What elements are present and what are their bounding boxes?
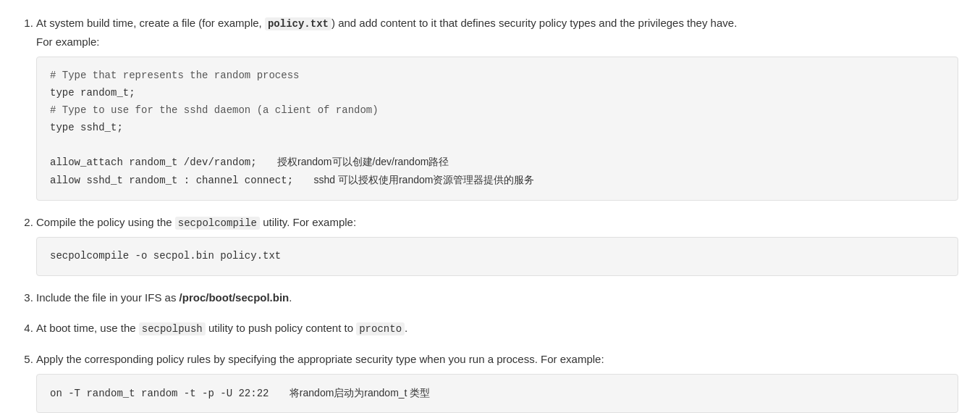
list-item-5: Apply the corresponding policy rules by … [36, 351, 958, 413]
code-text: allow sshd_t random_t : channel connect; [50, 175, 293, 186]
code-line: type random_t; [50, 85, 945, 102]
list-item-2: Compile the policy using the secpolcompi… [36, 214, 958, 276]
code-line: type sshd_t; [50, 120, 945, 137]
item2-code-inline: secpolcompile [175, 217, 260, 230]
item3-path: /proc/boot/secpol.bin [179, 291, 290, 304]
code-line [50, 137, 945, 154]
item3-intro: Include the file in your IFS as /proc/bo… [36, 291, 292, 304]
annotation-text: 将random启动为random_t 类型 [290, 387, 431, 399]
code-line-annotated: allow sshd_t random_t : channel connect;… [50, 172, 945, 190]
item1-intro: At system build time, create a file (for… [36, 17, 958, 51]
code-line: # Type to use for the sshd daemon (a cli… [50, 102, 945, 120]
item1-code-block: # Type that represents the random proces… [36, 57, 958, 201]
code-line-annotated: allow_attach random_t /dev/random; 授权ran… [50, 154, 945, 172]
item4-code1: secpolpush [139, 322, 206, 335]
list-item-3: Include the file in your IFS as /proc/bo… [36, 289, 958, 306]
item5-code-block: on -T random_t random -t -p -U 22:22 将ra… [36, 374, 958, 413]
code-line: # Type that represents the random proces… [50, 67, 945, 85]
item1-for-example: For example: [36, 33, 958, 51]
item1-filename: policy.txt [265, 17, 331, 30]
code-text: allow_attach random_t /dev/random; [50, 157, 257, 168]
item2-code-block: secpolcompile -o secpol.bin policy.txt [36, 237, 958, 276]
item4-code2: procnto [356, 322, 405, 335]
code-text: on -T random_t random -t -p -U 22:22 [50, 388, 269, 399]
code-line: secpolcompile -o secpol.bin policy.txt [50, 248, 945, 265]
annotation-text: 授权random可以创建/dev/random路径 [277, 156, 449, 167]
item5-intro: Apply the corresponding policy rules by … [36, 353, 604, 365]
annotation-text: sshd 可以授权使用random资源管理器提供的服务 [313, 174, 534, 185]
list-item-1: At system build time, create a file (for… [36, 14, 958, 201]
item4-intro: At boot time, use the secpolpush utility… [36, 322, 407, 334]
code-line-annotated: on -T random_t random -t -p -U 22:22 将ra… [50, 385, 945, 403]
item2-intro: Compile the policy using the secpolcompi… [36, 216, 356, 228]
list-item-4: At boot time, use the secpolpush utility… [36, 320, 958, 337]
